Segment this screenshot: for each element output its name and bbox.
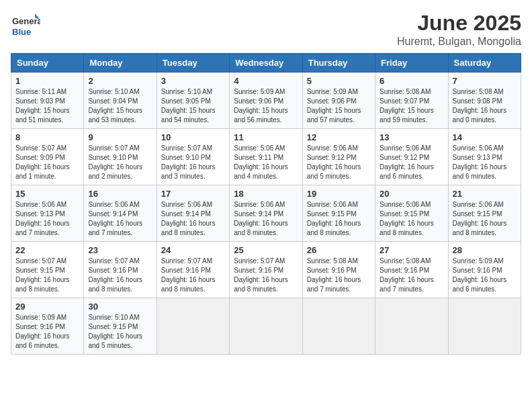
- calendar-row-1: 1Sunrise: 5:11 AM Sunset: 9:03 PM Daylig…: [11, 73, 521, 129]
- day-number: 29: [15, 302, 79, 312]
- table-cell: 17Sunrise: 5:06 AM Sunset: 9:14 PM Dayli…: [157, 185, 229, 242]
- day-number: 19: [307, 189, 371, 199]
- cell-info: Sunrise: 5:07 AM Sunset: 9:16 PM Dayligh…: [88, 257, 152, 294]
- day-number: 6: [380, 76, 443, 86]
- table-cell: 6Sunrise: 5:08 AM Sunset: 9:07 PM Daylig…: [375, 73, 448, 129]
- cell-info: Sunrise: 5:10 AM Sunset: 9:15 PM Dayligh…: [88, 313, 152, 351]
- cell-info: Sunrise: 5:06 AM Sunset: 9:15 PM Dayligh…: [380, 200, 443, 238]
- title-block: June 2025 Huremt, Bulgan, Mongolia: [397, 11, 521, 48]
- table-cell: 7Sunrise: 5:08 AM Sunset: 9:08 PM Daylig…: [448, 73, 521, 129]
- col-sunday: Sunday: [11, 54, 84, 73]
- table-cell: [230, 298, 302, 355]
- table-cell: 11Sunrise: 5:06 AM Sunset: 9:11 PM Dayli…: [230, 129, 302, 185]
- table-cell: 12Sunrise: 5:06 AM Sunset: 9:12 PM Dayli…: [302, 129, 375, 185]
- day-number: 12: [307, 132, 371, 142]
- day-number: 14: [453, 132, 517, 142]
- cell-info: Sunrise: 5:10 AM Sunset: 9:05 PM Dayligh…: [161, 87, 225, 125]
- day-number: 20: [380, 189, 443, 199]
- table-cell: 24Sunrise: 5:07 AM Sunset: 9:16 PM Dayli…: [157, 242, 229, 298]
- day-number: 25: [234, 245, 298, 255]
- day-number: 30: [88, 302, 152, 312]
- cell-info: Sunrise: 5:08 AM Sunset: 9:16 PM Dayligh…: [380, 257, 443, 294]
- day-number: 5: [307, 76, 371, 86]
- table-cell: 22Sunrise: 5:07 AM Sunset: 9:15 PM Dayli…: [11, 242, 84, 298]
- cell-info: Sunrise: 5:06 AM Sunset: 9:13 PM Dayligh…: [453, 144, 517, 181]
- day-number: 17: [161, 189, 225, 199]
- svg-text:Blue: Blue: [12, 27, 31, 37]
- day-number: 21: [453, 189, 517, 199]
- cell-info: Sunrise: 5:07 AM Sunset: 9:09 PM Dayligh…: [15, 144, 79, 181]
- day-number: 9: [88, 132, 152, 142]
- logo: General Blue: [11, 11, 40, 40]
- table-cell: [302, 298, 375, 355]
- cell-info: Sunrise: 5:07 AM Sunset: 9:16 PM Dayligh…: [234, 257, 298, 294]
- table-cell: 27Sunrise: 5:08 AM Sunset: 9:16 PM Dayli…: [375, 242, 448, 298]
- cell-info: Sunrise: 5:08 AM Sunset: 9:07 PM Dayligh…: [380, 87, 443, 125]
- day-number: 7: [453, 76, 517, 86]
- day-number: 28: [453, 245, 517, 255]
- table-cell: 9Sunrise: 5:07 AM Sunset: 9:10 PM Daylig…: [84, 129, 157, 185]
- day-number: 4: [234, 76, 298, 86]
- cell-info: Sunrise: 5:07 AM Sunset: 9:16 PM Dayligh…: [161, 257, 225, 294]
- cell-info: Sunrise: 5:06 AM Sunset: 9:14 PM Dayligh…: [234, 200, 298, 238]
- day-number: 3: [161, 76, 225, 86]
- cell-info: Sunrise: 5:10 AM Sunset: 9:04 PM Dayligh…: [88, 87, 152, 125]
- cell-info: Sunrise: 5:06 AM Sunset: 9:15 PM Dayligh…: [307, 200, 371, 238]
- cell-info: Sunrise: 5:06 AM Sunset: 9:12 PM Dayligh…: [307, 144, 371, 181]
- calendar-row-2: 8Sunrise: 5:07 AM Sunset: 9:09 PM Daylig…: [11, 129, 521, 185]
- table-cell: 2Sunrise: 5:10 AM Sunset: 9:04 PM Daylig…: [84, 73, 157, 129]
- day-number: 11: [234, 132, 298, 142]
- table-cell: 21Sunrise: 5:06 AM Sunset: 9:15 PM Dayli…: [448, 185, 521, 242]
- day-number: 18: [234, 189, 298, 199]
- cell-info: Sunrise: 5:06 AM Sunset: 9:14 PM Dayligh…: [88, 200, 152, 238]
- cell-info: Sunrise: 5:06 AM Sunset: 9:14 PM Dayligh…: [161, 200, 225, 238]
- cell-info: Sunrise: 5:08 AM Sunset: 9:16 PM Dayligh…: [307, 257, 371, 294]
- page-header: General Blue June 2025 Huremt, Bulgan, M…: [11, 11, 521, 48]
- table-cell: 16Sunrise: 5:06 AM Sunset: 9:14 PM Dayli…: [84, 185, 157, 242]
- day-number: 8: [15, 132, 79, 142]
- day-number: 2: [88, 76, 152, 86]
- table-cell: 15Sunrise: 5:06 AM Sunset: 9:13 PM Dayli…: [11, 185, 84, 242]
- table-cell: 18Sunrise: 5:06 AM Sunset: 9:14 PM Dayli…: [230, 185, 302, 242]
- col-friday: Friday: [375, 54, 448, 73]
- cell-info: Sunrise: 5:06 AM Sunset: 9:15 PM Dayligh…: [453, 200, 517, 238]
- table-cell: [375, 298, 448, 355]
- table-cell: [448, 298, 521, 355]
- cell-info: Sunrise: 5:09 AM Sunset: 9:16 PM Dayligh…: [453, 257, 517, 294]
- cell-info: Sunrise: 5:09 AM Sunset: 9:06 PM Dayligh…: [234, 87, 298, 125]
- table-cell: 4Sunrise: 5:09 AM Sunset: 9:06 PM Daylig…: [230, 73, 302, 129]
- col-wednesday: Wednesday: [230, 54, 302, 73]
- calendar-table: Sunday Monday Tuesday Wednesday Thursday…: [11, 53, 521, 355]
- table-cell: 3Sunrise: 5:10 AM Sunset: 9:05 PM Daylig…: [157, 73, 229, 129]
- cell-info: Sunrise: 5:07 AM Sunset: 9:15 PM Dayligh…: [15, 257, 79, 294]
- day-number: 16: [88, 189, 152, 199]
- day-number: 13: [380, 132, 443, 142]
- day-number: 26: [307, 245, 371, 255]
- day-number: 1: [15, 76, 79, 86]
- col-monday: Monday: [84, 54, 157, 73]
- table-cell: 25Sunrise: 5:07 AM Sunset: 9:16 PM Dayli…: [230, 242, 302, 298]
- day-number: 15: [15, 189, 79, 199]
- cell-info: Sunrise: 5:06 AM Sunset: 9:13 PM Dayligh…: [15, 200, 79, 238]
- table-cell: 19Sunrise: 5:06 AM Sunset: 9:15 PM Dayli…: [302, 185, 375, 242]
- day-number: 27: [380, 245, 443, 255]
- table-cell: 8Sunrise: 5:07 AM Sunset: 9:09 PM Daylig…: [11, 129, 84, 185]
- table-cell: 28Sunrise: 5:09 AM Sunset: 9:16 PM Dayli…: [448, 242, 521, 298]
- calendar-row-5: 29Sunrise: 5:09 AM Sunset: 9:16 PM Dayli…: [11, 298, 521, 355]
- subtitle: Huremt, Bulgan, Mongolia: [397, 36, 521, 48]
- col-saturday: Saturday: [448, 54, 521, 73]
- table-cell: 14Sunrise: 5:06 AM Sunset: 9:13 PM Dayli…: [448, 129, 521, 185]
- table-cell: [157, 298, 229, 355]
- cell-info: Sunrise: 5:06 AM Sunset: 9:12 PM Dayligh…: [380, 144, 443, 181]
- calendar-row-3: 15Sunrise: 5:06 AM Sunset: 9:13 PM Dayli…: [11, 185, 521, 242]
- calendar-row-4: 22Sunrise: 5:07 AM Sunset: 9:15 PM Dayli…: [11, 242, 521, 298]
- table-cell: 20Sunrise: 5:06 AM Sunset: 9:15 PM Dayli…: [375, 185, 448, 242]
- table-cell: 10Sunrise: 5:07 AM Sunset: 9:10 PM Dayli…: [157, 129, 229, 185]
- table-cell: 29Sunrise: 5:09 AM Sunset: 9:16 PM Dayli…: [11, 298, 84, 355]
- day-number: 24: [161, 245, 225, 255]
- table-cell: 5Sunrise: 5:09 AM Sunset: 9:06 PM Daylig…: [302, 73, 375, 129]
- table-cell: 30Sunrise: 5:10 AM Sunset: 9:15 PM Dayli…: [84, 298, 157, 355]
- cell-info: Sunrise: 5:09 AM Sunset: 9:06 PM Dayligh…: [307, 87, 371, 125]
- main-title: June 2025: [397, 11, 521, 36]
- cell-info: Sunrise: 5:09 AM Sunset: 9:16 PM Dayligh…: [15, 313, 79, 351]
